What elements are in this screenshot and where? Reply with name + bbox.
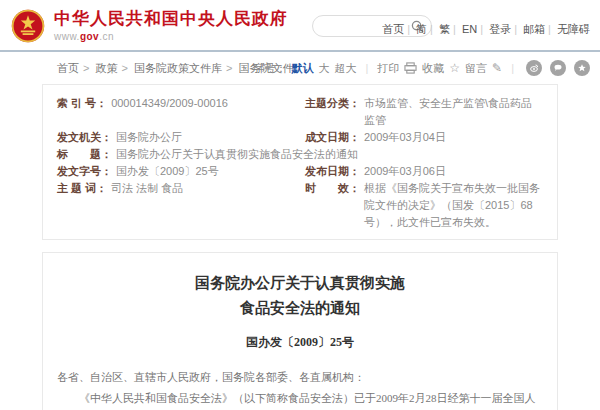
printer-icon[interactable]	[404, 62, 417, 74]
site-title: 中华人民共和国中央人民政府	[54, 8, 288, 30]
share-weibo-button[interactable]	[526, 60, 542, 76]
nav-login[interactable]: 登录	[489, 23, 511, 35]
meta-label-written-date: 成文日期：	[305, 129, 360, 146]
breadcrumb-separator: >	[226, 62, 232, 74]
font-size-default-button[interactable]: 默认	[291, 52, 313, 84]
site-identity: 中华人民共和国中央人民政府 www.gov.cn	[54, 8, 288, 44]
meta-value-written-date: 2009年03月04日	[364, 129, 446, 146]
meta-label-validity: 时 效：	[305, 180, 360, 231]
site-url: www.gov.cn	[54, 30, 288, 44]
site-url-prefix: www.	[54, 31, 80, 42]
meta-label-issuing-agency: 发文机关：	[57, 129, 112, 146]
meta-label-title: 标 题：	[57, 146, 112, 163]
site-url-suffix: .cn	[99, 31, 114, 42]
national-emblem-icon	[10, 8, 46, 44]
nav-separator: |	[480, 23, 483, 35]
paragraph-intro: 《中华人民共和国食品安全法》（以下简称食品安全法）已于2009年2月28日经第十…	[57, 388, 543, 410]
meta-row-doc-number: 发文字号： 国办发〔2009〕25号 发布日期： 2009年03月06日	[57, 163, 543, 180]
meta-value-topic-category: 市场监管、安全生产监管\食品药品监管	[364, 95, 543, 129]
wechat-icon	[553, 63, 563, 73]
star-icon[interactable]: ☆	[449, 52, 460, 84]
document-number: 国办发〔2009〕25号	[57, 334, 543, 351]
meta-row-index: 索 引 号： 000014349/2009-00016 主题分类： 市场监管、安…	[57, 95, 543, 129]
document-content-panel: 国务院办公厅关于认真贯彻实施 食品安全法的通知 国办发〔2009〕25号 各省、…	[42, 252, 558, 410]
meta-label-doc-number: 发文字号：	[57, 163, 112, 180]
breadcrumb-separator: >	[122, 62, 128, 74]
pencil-icon[interactable]: ✎	[492, 52, 502, 84]
share-more-button[interactable]	[574, 60, 590, 76]
site-header: 中华人民共和国中央人民政府 www.gov.cn 首页| 简| 繁| EN| 登…	[0, 0, 600, 52]
top-nav: 首页| 简| 繁| EN| 登录| 邮箱| 无障碍	[380, 22, 592, 37]
document-title: 国务院办公厅关于认真贯彻实施 食品安全法的通知	[57, 271, 543, 321]
nav-english[interactable]: EN	[462, 23, 477, 35]
nav-simplified[interactable]: 简	[416, 23, 427, 35]
nav-separator: |	[453, 23, 456, 35]
font-size-xlarge-button[interactable]: 超大	[334, 52, 356, 84]
meta-label-index-number: 索 引 号：	[57, 95, 107, 129]
nav-separator: |	[548, 23, 551, 35]
nav-separator: |	[430, 23, 433, 35]
meta-row-title: 标 题： 国务院办公厅关于认真贯彻实施食品安全法的通知	[57, 146, 543, 163]
meta-value-title: 国务院办公厅关于认真贯彻实施食品安全法的通知	[116, 146, 358, 163]
page-toolbar: 字号： 默认 大 超大 | 打印 收藏 ☆ 留言 ✎ |	[253, 52, 590, 84]
meta-label-publish-date: 发布日期：	[305, 163, 360, 180]
nav-separator: |	[407, 23, 410, 35]
meta-label-topic-category: 主题分类：	[305, 95, 360, 129]
document-title-line1: 国务院办公厅关于认真贯彻实施	[57, 271, 543, 296]
document-body: 各省、自治区、直辖市人民政府，国务院各部委、各直属机构： 《中华人民共和国食品安…	[57, 367, 543, 410]
toolbar-separator: |	[511, 52, 514, 84]
document-metadata-panel: 索 引 号： 000014349/2009-00016 主题分类： 市场监管、安…	[42, 84, 558, 240]
font-size-large-button[interactable]: 大	[318, 52, 329, 84]
favorite-button[interactable]: 收藏	[422, 52, 444, 84]
comment-button[interactable]: 留言	[465, 52, 487, 84]
share-wechat-button[interactable]	[550, 60, 566, 76]
breadcrumb-policy-library[interactable]: 国务院政策文件库	[134, 62, 222, 74]
meta-value-index-number: 000014349/2009-00016	[111, 95, 228, 129]
nav-mail[interactable]: 邮箱	[523, 23, 545, 35]
star-circle-icon	[577, 63, 587, 73]
meta-value-issuing-agency: 国务院办公厅	[116, 129, 182, 146]
meta-row-keywords: 主 题 词： 司法 法制 食品 时 效： 根据《国务院关于宣布失效一批国务院文件…	[57, 180, 543, 231]
meta-value-validity: 根据《国务院关于宣布失效一批国务院文件的决定》（国发〔2015〕68号），此文件…	[364, 180, 543, 231]
nav-traditional[interactable]: 繁	[439, 23, 450, 35]
paragraph-salutation: 各省、自治区、直辖市人民政府，国务院各部委、各直属机构：	[57, 367, 543, 388]
breadcrumb-policy[interactable]: 政策	[96, 62, 118, 74]
meta-row-issuer: 发文机关： 国务院办公厅 成文日期： 2009年03月04日	[57, 129, 543, 146]
meta-label-keywords: 主 题 词：	[57, 180, 107, 231]
nav-separator: |	[514, 23, 517, 35]
font-size-label: 字号：	[253, 52, 286, 84]
site-url-gov: gov	[80, 31, 99, 42]
toolbar-separator: |	[365, 52, 368, 84]
meta-value-publish-date: 2009年03月06日	[364, 163, 446, 180]
site-logo[interactable]: 中华人民共和国中央人民政府 www.gov.cn	[10, 8, 288, 44]
breadcrumb-toolbar-row: 首页> 政策> 国务院政策文件库> 国务院文件 字号： 默认 大 超大 | 打印…	[0, 52, 600, 84]
print-button[interactable]: 打印	[377, 52, 399, 84]
breadcrumb-separator: >	[83, 62, 89, 74]
meta-value-keywords: 司法 法制 食品	[111, 180, 183, 231]
document-title-line2: 食品安全法的通知	[57, 296, 543, 321]
meta-value-doc-number: 国办发〔2009〕25号	[116, 163, 219, 180]
weibo-icon	[529, 63, 539, 73]
nav-home[interactable]: 首页	[382, 23, 404, 35]
nav-accessibility[interactable]: 无障碍	[557, 23, 590, 35]
breadcrumb-home[interactable]: 首页	[57, 62, 79, 74]
